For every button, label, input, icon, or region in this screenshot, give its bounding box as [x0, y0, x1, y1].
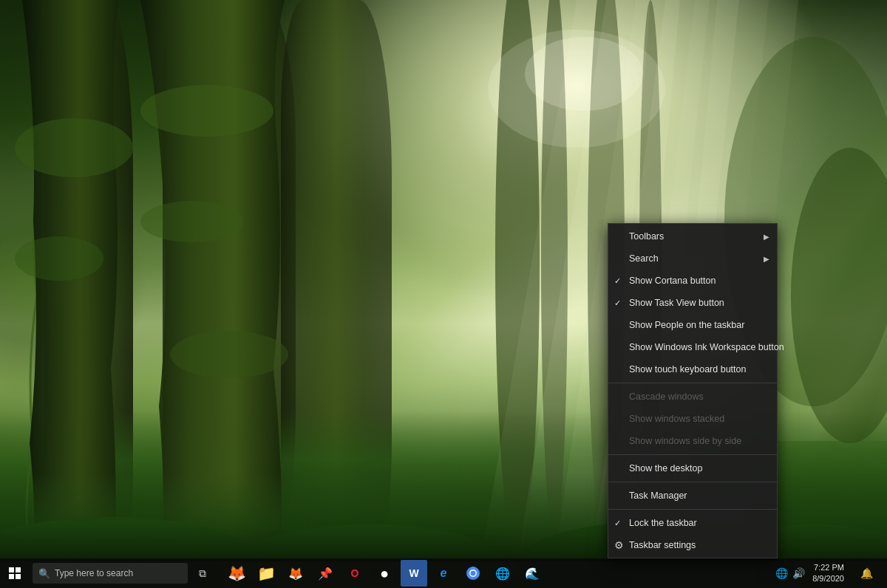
clock[interactable]: 7:22 PM 8/9/2020 [808, 562, 849, 585]
menu-label-stacked: Show windows stacked [629, 414, 724, 424]
menu-label-cortana: Show Cortana button [629, 276, 716, 286]
menu-label-people: Show People on the taskbar [629, 320, 744, 330]
menu-item-search[interactable]: Search [608, 247, 777, 270]
separator-4 [608, 509, 777, 510]
search-icon: 🔍 [38, 568, 50, 579]
menu-item-show-touch-keyboard[interactable]: Show touch keyboard button [608, 358, 777, 380]
taskbar-app-folder[interactable]: 📁 [253, 560, 279, 587]
menu-label-side-by-side: Show windows side by side [629, 436, 741, 446]
moss-overlay [0, 177, 148, 398]
clock-time: 7:22 PM [812, 562, 844, 573]
lock-taskbar-check: ✓ [614, 519, 621, 528]
clock-date: 8/9/2020 [812, 573, 844, 584]
menu-item-toolbars[interactable]: Toolbars [608, 225, 777, 247]
taskbar-app-chrome[interactable] [460, 560, 486, 587]
taskbar-right: 🌐 🔊 7:22 PM 8/9/2020 🔔 [775, 558, 887, 588]
taskbar: 🔍 Type here to search ⧉ 🦊 📁 🦊 📌 O ● W e … [0, 558, 887, 588]
taskbar-app-firefox[interactable]: 🦊 [223, 560, 250, 587]
menu-item-show-people[interactable]: Show People on the taskbar [608, 314, 777, 336]
menu-item-side-by-side: Show windows side by side [608, 430, 777, 452]
task-view-button[interactable]: ⧉ [188, 558, 217, 588]
taskbar-app-word[interactable]: W [401, 560, 427, 587]
menu-item-cascade: Cascade windows [608, 386, 777, 408]
notification-button[interactable]: 🔔 [852, 558, 881, 588]
cortana-check: ✓ [614, 276, 621, 286]
menu-label-toolbars: Toolbars [629, 231, 664, 242]
taskbar-app-misc[interactable]: ● [371, 560, 398, 587]
menu-item-taskbar-settings[interactable]: ⚙ Taskbar settings [608, 534, 777, 556]
windows-logo-icon [9, 567, 21, 579]
menu-item-show-ink-workspace[interactable]: Show Windows Ink Workspace button [608, 336, 777, 358]
menu-label-taskbar-settings: Taskbar settings [629, 540, 696, 550]
taskbar-app-edge-new[interactable]: 🌊 [519, 560, 546, 587]
taskbar-app-opera[interactable]: O [341, 560, 368, 587]
taskbar-app-ie[interactable]: e [430, 560, 457, 587]
menu-item-lock-taskbar[interactable]: ✓ Lock the taskbar [608, 512, 777, 534]
task-view-icon: ⧉ [199, 567, 206, 580]
menu-item-show-task-view[interactable]: ✓ Show Task View button [608, 292, 777, 314]
menu-label-touch-kb: Show touch keyboard button [629, 364, 746, 375]
separator-1 [608, 383, 777, 383]
taskbar-app-edge[interactable]: 🌐 [489, 560, 516, 587]
taskbar-app-firefox2[interactable]: 🦊 [282, 560, 309, 587]
menu-label-task-view: Show Task View button [629, 298, 724, 308]
start-button[interactable] [0, 558, 30, 588]
menu-item-stacked: Show windows stacked [608, 408, 777, 430]
gear-icon: ⚙ [614, 539, 624, 551]
svg-point-27 [471, 571, 476, 576]
task-view-check: ✓ [614, 298, 621, 308]
menu-label-task-manager: Task Manager [629, 490, 687, 501]
search-placeholder: Type here to search [55, 568, 133, 578]
taskbar-search[interactable]: 🔍 Type here to search [33, 563, 188, 584]
menu-label-cascade: Cascade windows [629, 392, 704, 402]
network-icon[interactable]: 🌐 [775, 567, 788, 579]
system-tray: 🌐 🔊 [775, 567, 805, 579]
menu-label-search: Search [629, 253, 659, 264]
separator-3 [608, 482, 777, 482]
volume-icon[interactable]: 🔊 [792, 567, 805, 579]
taskbar-context-menu: Toolbars Search ✓ Show Cortana button ✓ … [608, 223, 778, 558]
menu-label-show-desktop: Show the desktop [629, 463, 702, 474]
menu-item-show-desktop[interactable]: Show the desktop [608, 457, 777, 479]
menu-item-show-cortana[interactable]: ✓ Show Cortana button [608, 270, 777, 292]
taskbar-apps: 🦊 📁 🦊 📌 O ● W e 🌐 🌊 [223, 560, 546, 587]
menu-item-task-manager[interactable]: Task Manager [608, 485, 777, 507]
menu-label-lock-taskbar: Lock the taskbar [629, 518, 697, 528]
menu-label-ink: Show Windows Ink Workspace button [629, 342, 784, 352]
separator-2 [608, 454, 777, 455]
taskbar-app-pin[interactable]: 📌 [312, 560, 339, 587]
